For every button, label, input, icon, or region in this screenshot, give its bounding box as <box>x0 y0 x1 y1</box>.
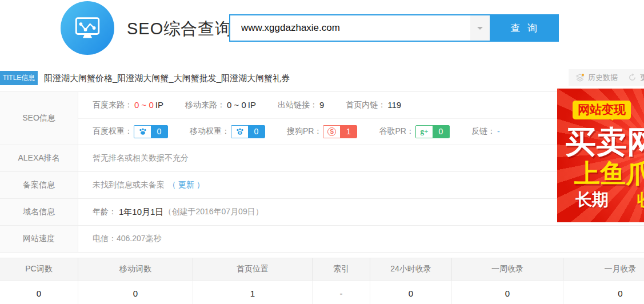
dropdown-toggle[interactable] <box>470 15 490 41</box>
ad-headline: 买卖网 <box>565 126 644 157</box>
mobile-weight-value: 0 <box>248 126 265 138</box>
sogou-pr: 搜狗PR： S 1 <box>287 125 357 138</box>
backlinks-value: - <box>497 127 500 136</box>
icp-update-link[interactable]: （ 更新 ） <box>168 180 205 190</box>
refresh-title-button[interactable]: 更 <box>621 69 644 86</box>
google-pr-badge[interactable]: g+ 0 <box>415 125 450 138</box>
history-data-button[interactable]: 历史数据 <box>569 69 625 86</box>
outbound-links-value: 9 <box>319 100 324 110</box>
homepage-internal-links: 首页内链： 119 <box>346 100 401 110</box>
outbound-links: 出站链接： 9 <box>278 100 324 110</box>
refresh-icon <box>628 73 637 82</box>
mobile-paw-icon <box>231 126 248 138</box>
domain-age-value: 1年10月1日 <box>119 207 163 218</box>
ad-footline: 长期 收站 <box>575 191 644 208</box>
history-data-label: 历史数据 <box>588 73 618 83</box>
col-header-mobile-words: 移动词数 <box>78 258 193 280</box>
icp-block: 备案信息 未找到信息或未备案 （ 更新 ） <box>0 172 644 199</box>
col-header-index: 索引 <box>313 258 370 280</box>
seo-info-row-label: SEO信息 <box>0 92 78 145</box>
backlinks: 反链： - <box>471 126 500 137</box>
speed-text: 电信：406.207毫秒 <box>93 234 162 244</box>
stats-value-row: 0 0 1 - 0 0 0 <box>0 281 644 304</box>
homepage-internal-links-value: 119 <box>387 100 401 110</box>
mobile-weight-badge[interactable]: 0 <box>231 125 265 138</box>
col-header-home-position: 首页位置 <box>193 258 313 280</box>
baidu-weight: 百度权重： 0 <box>93 125 168 138</box>
stats-header-row: PC词数 移动词数 首页位置 索引 24小时收录 一周收录 一月收录 <box>0 258 644 281</box>
alexa-block: ALEXA排名 暂无排名或相关数据不充分 <box>0 145 644 172</box>
baidu-traffic-value: 0 ~ 0 <box>134 100 154 110</box>
ad-footline-yellow: 收站 <box>637 190 644 209</box>
domain-created-note: （创建于2016年07月09日） <box>163 207 263 217</box>
icp-row-label: 备案信息 <box>0 172 78 198</box>
value-week-included: 0 <box>452 281 563 304</box>
value-index: - <box>313 281 370 304</box>
search-input[interactable] <box>230 15 490 41</box>
title-info-badge: TITLE信息 <box>0 71 38 85</box>
value-month-included: 0 <box>563 281 644 304</box>
seo-info-panel: SEO信息 百度来路： 0 ~ 0 IP 移动来路： 0 ~ 0 IP 出站链接… <box>0 91 644 253</box>
google-pr-value: 0 <box>433 126 449 138</box>
seo-query-page: SEO综合查询 查 询 TITLE信息 阳澄湖大闸蟹价格_阳澄湖大闸蟹_大闸蟹批… <box>0 0 644 304</box>
baidu-traffic: 百度来路： 0 ~ 0 IP <box>93 100 163 110</box>
page-title: SEO综合查询 <box>127 18 232 41</box>
baidu-weight-label: 百度权重： <box>93 126 133 137</box>
sogou-pr-value: 1 <box>340 126 357 138</box>
mobile-weight-label: 移动权重： <box>190 126 230 137</box>
value-home-position: 1 <box>193 281 313 304</box>
alexa-row-label: ALEXA排名 <box>0 145 78 171</box>
domain-age-label: 年龄： <box>93 207 117 217</box>
search-input-box[interactable] <box>229 14 491 42</box>
value-pc-words: 0 <box>0 281 78 304</box>
search-bar: 查 询 <box>229 14 559 42</box>
col-header-week-included: 一周收录 <box>452 258 563 280</box>
layers-icon <box>575 73 585 82</box>
sogou-icon: S <box>327 127 336 136</box>
site-title-text: 阳澄湖大闸蟹价格_阳澄湖大闸蟹_大闸蟹批发_阳澄湖大闸蟹礼券 <box>44 71 290 85</box>
icp-text: 未找到信息或未备案 <box>93 180 165 190</box>
backlinks-label: 反链： <box>471 126 495 137</box>
baidu-traffic-unit: IP <box>155 100 163 110</box>
col-header-month-included: 一月收录 <box>563 258 644 280</box>
homepage-internal-links-label: 首页内链： <box>346 100 386 110</box>
ad-bubble-text: 网站变现 <box>573 101 631 119</box>
speed-block: 网站速度 电信：406.207毫秒 <box>0 226 644 253</box>
ad-banner[interactable]: 网站变现 买卖网 上鱼爪 长期 收站 <box>557 89 644 222</box>
value-24h-included: 0 <box>370 281 452 304</box>
chevron-down-icon <box>477 27 483 33</box>
query-button[interactable]: 查 询 <box>491 14 559 42</box>
ad-content: 网站变现 买卖网 上鱼爪 长期 收站 <box>557 89 644 208</box>
google-pr: 谷歌PR： g+ 0 <box>379 125 449 138</box>
sogou-pr-badge[interactable]: S 1 <box>323 125 357 138</box>
col-header-pc-words: PC词数 <box>0 258 78 280</box>
outbound-links-label: 出站链接： <box>278 100 318 110</box>
stats-table: PC词数 移动词数 首页位置 索引 24小时收录 一周收录 一月收录 0 0 1… <box>0 258 644 304</box>
seo-info-block: SEO信息 百度来路： 0 ~ 0 IP 移动来路： 0 ~ 0 IP 出站链接… <box>0 92 644 145</box>
sogou-pr-label: 搜狗PR： <box>287 126 322 137</box>
google-pr-label: 谷歌PR： <box>379 126 414 137</box>
baidu-paw-icon <box>134 126 151 138</box>
mobile-weight: 移动权重： 0 <box>190 125 265 138</box>
ad-footline-white: 长期 <box>575 190 609 209</box>
mobile-traffic-unit: IP <box>248 100 256 110</box>
mobile-traffic-label: 移动来路： <box>185 100 225 110</box>
domain-block: 域名信息 年龄： 1年10月1日 （创建于2016年07月09日） <box>0 199 644 226</box>
baidu-traffic-label: 百度来路： <box>93 100 133 110</box>
col-header-24h-included: 24小时收录 <box>370 258 452 280</box>
alexa-text: 暂无排名或相关数据不充分 <box>93 153 189 163</box>
app-logo <box>61 1 114 55</box>
speed-row-label: 网站速度 <box>0 226 78 252</box>
mobile-traffic: 移动来路： 0 ~ 0 IP <box>185 100 256 110</box>
refresh-label: 更 <box>640 73 644 83</box>
google-plus-icon: g+ <box>420 127 428 136</box>
domain-row-label: 域名信息 <box>0 199 78 225</box>
baidu-weight-badge[interactable]: 0 <box>134 125 168 138</box>
ad-subline: 上鱼爪 <box>574 161 644 186</box>
baidu-weight-value: 0 <box>151 126 167 138</box>
value-mobile-words: 0 <box>78 281 193 304</box>
monitor-chart-icon <box>71 11 104 45</box>
mobile-traffic-value: 0 ~ 0 <box>227 100 246 110</box>
